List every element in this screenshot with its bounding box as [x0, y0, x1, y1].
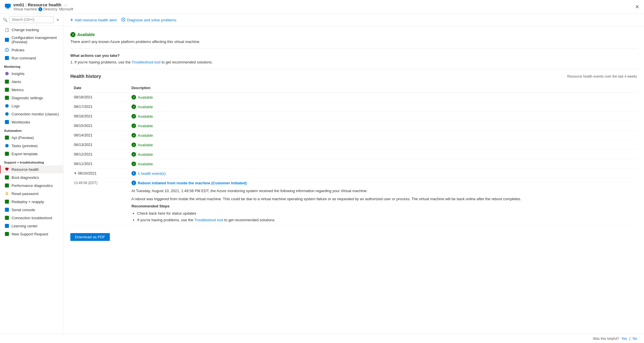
- table-row: 08/18/2021✓Available: [70, 93, 637, 102]
- row-description: ✓Available: [128, 159, 637, 169]
- tasks-icon: [5, 143, 9, 148]
- step-2: If you're having problems, use the Troub…: [137, 217, 634, 223]
- event-title-text: Reboot initiated from inside the machine…: [138, 181, 247, 185]
- export-icon: [5, 151, 9, 156]
- sidebar-item-resource-health[interactable]: Resource health: [0, 165, 63, 173]
- row-date: 08/14/2021: [70, 131, 128, 140]
- sidebar-item-tasks[interactable]: Tasks (preview): [0, 142, 63, 150]
- event-detail-section: 13:49:58 (EDT) i Reboot initiated from i…: [70, 178, 637, 226]
- health-history-table: Date Description 08/18/2021✓Available08/…: [70, 84, 637, 178]
- sidebar-item-performance-diagnostics[interactable]: Performance diagnostics: [0, 181, 63, 190]
- available-badge: ✓Available: [131, 133, 634, 138]
- table-row[interactable]: ▼08/10/2021i1 health event(s): [70, 169, 637, 178]
- metrics-icon: [5, 87, 9, 92]
- no-link[interactable]: No: [633, 337, 637, 341]
- sidebar-item-configuration-management[interactable]: Configuration management(Preview): [0, 34, 63, 46]
- available-icon: ✓: [131, 152, 136, 157]
- connection-monitor-icon: [5, 112, 9, 116]
- info-icon[interactable]: i: [38, 7, 42, 11]
- action-1-prefix: 1. If you're having problems, use the: [70, 60, 132, 64]
- sidebar-item-learning-center[interactable]: Learning center: [0, 222, 63, 230]
- recommended-steps-title: Recommended Steps: [131, 204, 634, 208]
- sidebar-label-config-management: Configuration management(Preview): [12, 35, 57, 44]
- health-history-header: Health history Resource health events ov…: [70, 74, 637, 79]
- row-description: ✓Available: [128, 121, 637, 131]
- sidebar-item-policies[interactable]: Policies: [0, 46, 63, 54]
- svg-rect-21: [5, 216, 9, 220]
- close-button[interactable]: ✕: [635, 4, 639, 10]
- available-badge: ✓Available: [131, 114, 634, 119]
- action-1: 1. If you're having problems, use the Tr…: [70, 60, 637, 64]
- divider-1: [70, 48, 637, 49]
- sidebar-label-export: Export template: [12, 152, 38, 156]
- sidebar-label-reset-password: Reset password: [12, 192, 38, 196]
- sidebar-item-export-template[interactable]: Export template: [0, 150, 63, 158]
- health-history-subtitle: Resource health events over the last 4 w…: [567, 74, 637, 78]
- svg-rect-15: [5, 152, 9, 156]
- sidebar-item-new-support-request[interactable]: New Support Request: [0, 230, 63, 238]
- sidebar-item-connection-troubleshoot[interactable]: Connection troubleshoot: [0, 214, 63, 222]
- sidebar-label-run-command: Run command: [12, 56, 36, 60]
- sidebar-label-metrics: Metrics: [12, 88, 24, 92]
- available-badge: ✓Available: [131, 143, 634, 147]
- vm-icon: [5, 3, 11, 11]
- search-input[interactable]: [9, 16, 54, 23]
- title-block: vm01 | Resource health ··· Virtual machi…: [13, 2, 73, 11]
- row-description: ✓Available: [128, 140, 637, 150]
- sidebar-item-serial-console[interactable]: Serial console: [0, 206, 63, 214]
- directory-text: Directory: Microsoft: [44, 7, 73, 11]
- svg-rect-13: [5, 136, 9, 140]
- helpful-separator: |: [629, 336, 630, 341]
- row-description: ✓Available: [128, 150, 637, 159]
- diagnose-button[interactable]: Diagnose and solve problems: [121, 18, 176, 23]
- sidebar-item-diagnostic-settings[interactable]: Diagnostic settings: [0, 94, 63, 102]
- available-badge: ✓Available: [131, 123, 634, 128]
- sidebar-label-resource-health: Resource health: [12, 167, 39, 172]
- bottom-bar: Was this helpful? Yes | No: [0, 334, 644, 343]
- sidebar-item-api[interactable]: Api (Preview): [0, 134, 63, 142]
- sidebar-item-run-command[interactable]: Run command: [0, 54, 63, 62]
- sidebar-label-serial-console: Serial console: [12, 208, 35, 212]
- troubleshoot-link-1[interactable]: Troubleshoot tool: [132, 60, 161, 64]
- sidebar-item-redeploy[interactable]: Redeploy + reapply: [0, 198, 63, 206]
- sidebar-item-logs[interactable]: Logs: [0, 102, 63, 110]
- sidebar-item-connection-monitor[interactable]: Connection monitor (classic): [0, 110, 63, 118]
- top-bar-left: vm01 | Resource health ··· Virtual machi…: [5, 2, 73, 11]
- sidebar-item-change-tracking[interactable]: 📋 Change tracking: [0, 26, 63, 34]
- download-pdf-button[interactable]: Download as PDF: [70, 233, 110, 241]
- table-row: 08/17/2021✓Available: [70, 102, 637, 112]
- config-management-icon: [5, 38, 9, 42]
- svg-point-10: [5, 104, 9, 108]
- diagnose-icon: [121, 18, 125, 23]
- row-description: ✓Available: [128, 131, 637, 140]
- add-alert-button[interactable]: + Add resource health alert: [70, 17, 117, 23]
- sidebar-item-metrics[interactable]: Metrics: [0, 86, 63, 94]
- svg-rect-9: [5, 96, 9, 100]
- sidebar-label-insights: Insights: [12, 72, 25, 76]
- event-title: i Reboot initiated from inside the machi…: [131, 181, 634, 185]
- sidebar-item-reset-password[interactable]: Reset password: [0, 190, 63, 198]
- health-history-title: Health history: [70, 74, 101, 79]
- row-date: 08/12/2021: [70, 150, 128, 159]
- available-icon: ✓: [131, 162, 136, 166]
- sidebar-item-workbooks[interactable]: Workbooks: [0, 118, 63, 126]
- vm-name: vm01: [13, 2, 24, 7]
- sidebar-item-insights[interactable]: Insights: [0, 70, 63, 78]
- logs-icon: [5, 104, 9, 108]
- diagnose-label: Diagnose and solve problems: [127, 18, 176, 22]
- sidebar-label-alerts: Alerts: [12, 80, 21, 84]
- troubleshoot-link-2[interactable]: Troubleshoot tool: [194, 218, 223, 222]
- yes-link[interactable]: Yes: [622, 337, 627, 341]
- sidebar-item-alerts[interactable]: Alerts: [0, 78, 63, 86]
- collapse-sidebar-button[interactable]: «: [55, 16, 60, 23]
- policies-icon: [5, 48, 9, 52]
- sidebar-item-boot-diagnostics[interactable]: Boot diagnostics: [0, 173, 63, 181]
- svg-rect-22: [5, 224, 9, 228]
- serial-console-icon: [5, 207, 9, 212]
- green-check-icon: ✓: [70, 32, 76, 37]
- ellipsis[interactable]: ···: [64, 3, 67, 7]
- event-para2: A reboot was triggered from inside the v…: [131, 196, 634, 202]
- sidebar-label-change-tracking: Change tracking: [12, 28, 39, 32]
- svg-rect-5: [5, 56, 9, 60]
- row-date: ▼08/10/2021: [70, 169, 128, 178]
